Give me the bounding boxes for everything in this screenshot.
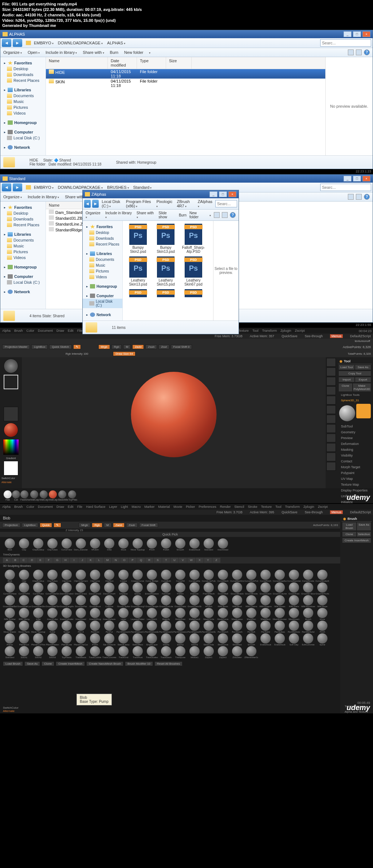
forward-button[interactable]: ►: [92, 200, 99, 208]
view-icon[interactable]: [348, 194, 354, 200]
brush-item[interactable]: SnakeHook: [188, 538, 201, 551]
menu-marker[interactable]: Marker: [144, 505, 154, 509]
share-button[interactable]: Share with: [83, 50, 104, 55]
brush-item[interactable]: IMM Chains: [244, 595, 258, 608]
brush-item[interactable]: TrackGrid: [117, 646, 130, 658]
breadcrumb[interactable]: Pixologic: [155, 199, 174, 208]
panel-row[interactable]: Deformation: [338, 441, 372, 447]
letter-F[interactable]: F: [45, 558, 53, 563]
letter-X[interactable]: X: [196, 558, 204, 563]
brush-item[interactable]: ZModeler: [230, 646, 244, 658]
sidebar-item-computer[interactable]: Computer: [83, 293, 122, 299]
brush-item[interactable]: IMM Basic: [216, 595, 230, 608]
brush-item[interactable]: DecoCurve1: [74, 582, 88, 595]
brush-item[interactable]: CurveStrokeS...: [315, 570, 329, 582]
brush-item[interactable]: FarmGirl: [159, 582, 173, 595]
sidebar-item-desktop[interactable]: Desktop: [83, 230, 122, 235]
sidebar-item-network[interactable]: Network: [0, 289, 46, 295]
menu-tool[interactable]: Tool: [252, 329, 259, 333]
share-button[interactable]: Share with: [137, 211, 156, 219]
sidebar-item-homegroup[interactable]: Homegroup: [0, 120, 46, 126]
brush-item[interactable]: PenShadowSq: [202, 621, 216, 633]
brush-item[interactable]: PenDots: [88, 621, 102, 633]
export-button[interactable]: Export: [355, 377, 371, 382]
saveas-button[interactable]: Save As: [357, 522, 371, 530]
brush-item[interactable]: IMM Parts: [287, 595, 301, 608]
sidebar-item-videos[interactable]: Videos: [0, 110, 46, 116]
view-icon[interactable]: [348, 49, 354, 55]
panel-row[interactable]: Texture Map: [338, 482, 372, 487]
brush-item[interactable]: CurveTube: [31, 582, 45, 595]
quicksave[interactable]: QuickSave: [282, 510, 298, 514]
close-button[interactable]: ×: [228, 191, 236, 197]
brush-item[interactable]: TrackCobble: [88, 646, 102, 658]
breadcrumb[interactable]: ZAlphas: [196, 199, 214, 208]
minimize-button[interactable]: _: [343, 31, 352, 37]
breadcrumb[interactable]: Local Disk (C:): [100, 199, 123, 208]
brush-item[interactable]: Crease: [117, 570, 130, 582]
brush-item[interactable]: IMM Primitives: [301, 595, 315, 608]
brush-item[interactable]: ClayBuildup: [31, 538, 45, 551]
brush-item[interactable]: Flatten: [173, 582, 187, 595]
brush-item[interactable]: CurveSurface: [3, 582, 17, 595]
edit-icon[interactable]: ✎: [73, 345, 81, 349]
brush-item[interactable]: PlanarCutThin: [31, 633, 45, 646]
brush-item[interactable]: IMM Fingers: [259, 595, 272, 608]
brush-item[interactable]: GroomLengthen: [60, 595, 74, 608]
brush-item[interactable]: PenShadowLin: [173, 621, 187, 633]
open-button[interactable]: Open: [28, 50, 40, 55]
col-size[interactable]: Size: [166, 57, 192, 69]
tool-icon[interactable]: [326, 386, 336, 395]
brush-item[interactable]: PenSketch: [216, 621, 230, 633]
load-button[interactable]: Load Tool: [339, 365, 354, 370]
sidebar-item-music[interactable]: Music: [0, 99, 46, 104]
include-button[interactable]: Include in library: [46, 50, 77, 55]
brush-item[interactable]: CurveTube: [60, 538, 74, 551]
brush-thumb[interactable]: [4, 359, 18, 373]
stroke-thumb[interactable]: [4, 375, 18, 389]
brush-item[interactable]: TrackConcrete: [102, 646, 116, 658]
mrgb-button[interactable]: Mrgb: [98, 345, 110, 349]
brush-item[interactable]: PenWetSolid: [301, 621, 315, 633]
letter-B[interactable]: B: [11, 558, 19, 563]
brush-item[interactable]: EraseReplace: [145, 582, 159, 595]
tool-preview[interactable]: [339, 405, 355, 421]
menu-texture[interactable]: Texture: [238, 329, 249, 333]
tool-icon[interactable]: [326, 358, 336, 367]
brush-item[interactable]: GroomTangle: [145, 595, 159, 608]
burn-button[interactable]: Burn: [110, 50, 118, 55]
minimize-button[interactable]: _: [209, 191, 217, 197]
titlebar[interactable]: Standard _ □ ×: [0, 175, 373, 183]
tool-icon[interactable]: [326, 462, 336, 471]
bottom-button[interactable]: Create InsertMesh: [56, 661, 85, 666]
brush-item[interactable]: Spiral: [315, 633, 329, 646]
brush-item[interactable]: MaskCurve: [216, 608, 230, 620]
letter-I[interactable]: I: [70, 558, 78, 563]
menu-layer[interactable]: Layer: [109, 505, 117, 509]
brush-item[interactable]: MaskRect: [259, 608, 272, 620]
sidebar-item-localdisk[interactable]: Local Disk (C:): [0, 135, 46, 141]
brush-item[interactable]: ClipCircle: [60, 570, 74, 582]
view-icon[interactable]: [214, 212, 220, 218]
sidebar-item-libraries[interactable]: Libraries: [0, 231, 46, 237]
brush-item[interactable]: Curve Bridge: [145, 570, 159, 582]
brush-item[interactable]: IMM Brad: [230, 595, 244, 608]
brush-item[interactable]: Zipper2: [216, 646, 230, 658]
sidebar-item-music[interactable]: Music: [83, 262, 122, 268]
brush-item[interactable]: Blob: [3, 538, 17, 551]
sidebar-item-pictures[interactable]: Pictures: [0, 104, 46, 110]
panel-header[interactable]: Tool: [338, 359, 372, 364]
brush-item[interactable]: Transpose: [173, 646, 187, 658]
burn-button[interactable]: Burn: [179, 213, 186, 217]
menus-tag[interactable]: Menus: [330, 334, 343, 338]
menu-edit[interactable]: Edit: [68, 329, 74, 333]
brush-item[interactable]: GroomFast: [287, 582, 301, 595]
brush-item[interactable]: TrackRust: [131, 646, 145, 658]
tool-icon[interactable]: [326, 424, 336, 433]
brush-item[interactable]: CurveEdit: [159, 570, 173, 582]
letter-O[interactable]: O: [120, 558, 128, 563]
menu-zscript[interactable]: Zscript: [318, 505, 328, 509]
bottom-button[interactable]: Clone: [42, 661, 54, 666]
letter-T[interactable]: T: [162, 558, 170, 563]
back-button[interactable]: ◄: [84, 200, 91, 208]
